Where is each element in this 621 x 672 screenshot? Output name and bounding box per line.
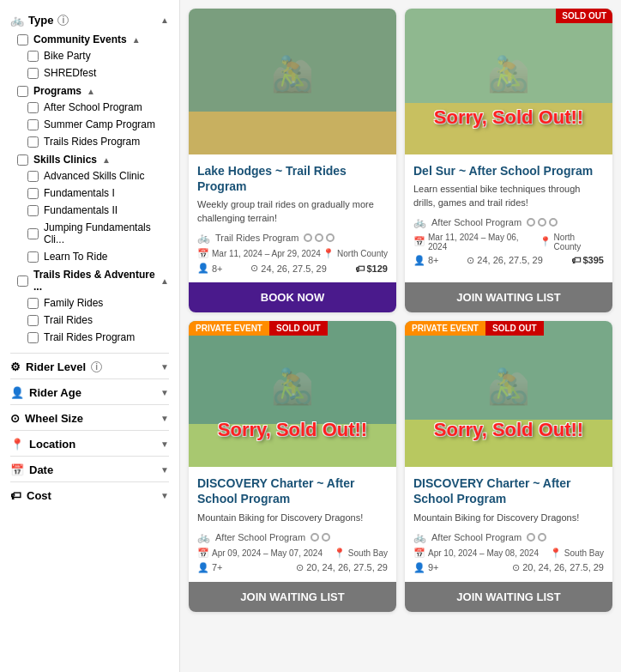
programs-header[interactable]: Programs ▲ — [14, 82, 169, 99]
fundamentals-i-item[interactable]: Fundamentals I — [21, 185, 169, 202]
dot-1-1 — [538, 218, 546, 227]
card-date-2: 📅Apr 09, 2024 – May 07, 2024 — [197, 548, 323, 559]
location-chevron: ▼ — [160, 439, 169, 449]
learn-to-ride-checkbox[interactable] — [27, 251, 39, 263]
dot-0-1 — [315, 233, 323, 242]
location-filter[interactable]: 📍 Location ▼ — [10, 430, 169, 456]
cost-icon: 🏷 — [10, 489, 21, 502]
card-levels-0: ⊙24, 26, 27.5, 29 — [250, 263, 326, 274]
card-bottom-row-2: 👤7+⊙20, 24, 26, 27.5, 29 — [197, 562, 388, 573]
card-card3: 🚵PRIVATE EVENTSOLD OUTSorry, Sold Out!!D… — [189, 321, 396, 612]
card-button-1[interactable]: JOIN WAITING LIST — [405, 282, 612, 312]
community-events-checkbox[interactable] — [17, 34, 28, 45]
card-levels-3: ⊙20, 24, 26, 27.5, 29 — [512, 562, 604, 573]
card-button-3[interactable]: JOIN WAITING LIST — [405, 582, 612, 612]
card-body-3: DISCOVERY Charter ~ After School Program… — [405, 467, 612, 582]
card-tags-1: 🚲After School Program — [413, 216, 604, 228]
calendar-icon: 📅 — [413, 548, 425, 559]
card-button-2[interactable]: JOIN WAITING LIST — [189, 582, 396, 612]
trail-rides-item[interactable]: Trail Rides — [21, 312, 169, 329]
card-tag-label-3: After School Program — [431, 532, 522, 542]
trails-rides-program-checkbox[interactable] — [27, 136, 39, 148]
sidebar: 🚲 Type i ▲ Community Events ▲ Bike Party… — [0, 0, 180, 672]
private-badge-2: PRIVATE EVENT — [189, 321, 269, 336]
jumping-fundamentals-checkbox[interactable] — [27, 228, 39, 239]
date-filter[interactable]: 📅 Date ▼ — [10, 456, 169, 481]
type-header[interactable]: 🚲 Type i ▲ — [10, 9, 169, 30]
card-title-0: Lake Hodges ~ Trail Rides Program — [197, 163, 388, 194]
rider-level-info-icon[interactable]: i — [91, 361, 102, 372]
card-location-3: 📍South Bay — [550, 548, 604, 559]
bike-icon: 🚲 — [10, 14, 24, 27]
trail-rides-program-item[interactable]: Trail Rides Program — [21, 329, 169, 346]
card-location-text-3: South Bay — [564, 548, 604, 558]
rider-age-icon: 👤 — [10, 386, 24, 399]
after-school-checkbox[interactable] — [27, 102, 39, 113]
skills-clinics-header[interactable]: Skills Clinics ▲ — [14, 150, 169, 167]
bike-party-item[interactable]: Bike Party — [21, 47, 169, 64]
sold-out-top-right-1: SOLD OUT — [556, 9, 612, 23]
after-school-item[interactable]: After School Program — [21, 99, 169, 116]
card-bottom-row-1: 👤8+⊙24, 26, 27.5, 29🏷$395 — [413, 255, 604, 266]
person-icon: 👤 — [413, 562, 425, 573]
advanced-skills-checkbox[interactable] — [27, 171, 39, 182]
rider-level-filter[interactable]: ⚙ Rider Level i ▼ — [10, 353, 169, 378]
type-info-icon[interactable]: i — [57, 15, 69, 26]
family-rides-checkbox[interactable] — [27, 298, 39, 309]
skills-clinics-checkbox[interactable] — [17, 154, 28, 166]
card-tag-label-1: After School Program — [431, 217, 522, 227]
rider-age-filter[interactable]: 👤 Rider Age ▼ — [10, 378, 169, 404]
trails-rides-program-item[interactable]: Trails Rides Program — [21, 133, 169, 150]
price-icon: 🏷 — [355, 263, 365, 274]
learn-to-ride-item[interactable]: Learn To Ride — [21, 248, 169, 265]
card-tag-bike-icon-3: 🚲 — [413, 531, 426, 543]
pin-icon: 📍 — [550, 548, 562, 559]
skills-clinics-group: Skills Clinics ▲ Advanced Skills Clinic … — [14, 150, 169, 265]
card-date-1: 📅Mar 11, 2024 – May 06, 2024 — [413, 233, 540, 251]
summer-camp-item[interactable]: Summer Camp Program — [21, 116, 169, 133]
fundamentals-ii-checkbox[interactable] — [27, 205, 39, 216]
person-icon: 👤 — [197, 562, 209, 573]
card-age-text-2: 7+ — [212, 562, 223, 572]
price-icon: 🏷 — [571, 255, 581, 265]
main-content: 🚵Lake Hodges ~ Trail Rides ProgramWeekly… — [180, 0, 621, 672]
community-events-items: Bike Party SHREDfest — [21, 47, 169, 82]
shredfest-checkbox[interactable] — [27, 68, 39, 79]
bike-party-checkbox[interactable] — [27, 51, 39, 62]
type-section: 🚲 Type i ▲ Community Events ▲ Bike Party… — [10, 9, 169, 346]
sorry-text-1: Sorry, Sold Out!! — [405, 106, 612, 129]
dot-2-0 — [310, 533, 319, 542]
card-card4: 🚵PRIVATE EVENTSOLD OUTSorry, Sold Out!!D… — [405, 321, 612, 612]
private-badge-3: PRIVATE EVENT — [405, 321, 485, 336]
pin-icon: 📍 — [323, 248, 335, 259]
card-price-0: 🏷$129 — [355, 263, 388, 274]
card-image-wrap-3: 🚵PRIVATE EVENTSOLD OUTSorry, Sold Out!! — [405, 321, 612, 467]
shredfest-item[interactable]: SHREDfest — [21, 64, 169, 82]
card-button-0[interactable]: BOOK NOW — [189, 282, 396, 312]
card-age-3: 👤9+ — [413, 562, 439, 573]
card-image-wrap-1: 🚵SOLD OUTSorry, Sold Out!! — [405, 9, 612, 154]
fundamentals-i-checkbox[interactable] — [27, 188, 39, 199]
programs-checkbox[interactable] — [17, 86, 28, 97]
skills-clinics-items: Advanced Skills Clinic Fundamentals I Fu… — [21, 167, 169, 265]
jumping-fundamentals-item[interactable]: Jumping Fundamentals Cli... — [21, 219, 169, 248]
trails-rides-adventure-checkbox[interactable] — [17, 275, 28, 287]
dot-1-0 — [527, 218, 535, 227]
fundamentals-ii-item[interactable]: Fundamentals II — [21, 202, 169, 219]
cost-filter[interactable]: 🏷 Cost ▼ — [10, 481, 169, 507]
calendar-icon: 📅 — [413, 236, 425, 247]
wheel-size-filter[interactable]: ⊙ Wheel Size ▼ — [10, 404, 169, 430]
trail-rides-program-checkbox[interactable] — [27, 332, 39, 343]
card-body-1: Del Sur ~ After School ProgramLearn esse… — [405, 154, 612, 282]
summer-camp-checkbox[interactable] — [27, 119, 39, 130]
advanced-skills-item[interactable]: Advanced Skills Clinic — [21, 167, 169, 185]
card-levels-text-0: 24, 26, 27.5, 29 — [261, 263, 326, 274]
wheel-size-icon: ⊙ — [10, 412, 20, 425]
trail-rides-checkbox[interactable] — [27, 315, 39, 326]
trails-rides-adventure-header[interactable]: Trails Rides & Adventure ... ▲ — [14, 265, 169, 294]
family-rides-item[interactable]: Family Rides — [21, 294, 169, 312]
wheel-icon: ⊙ — [250, 263, 258, 274]
svg-rect-1 — [189, 112, 396, 154]
community-events-header[interactable]: Community Events ▲ — [14, 30, 169, 47]
wheel-icon: ⊙ — [512, 562, 520, 573]
